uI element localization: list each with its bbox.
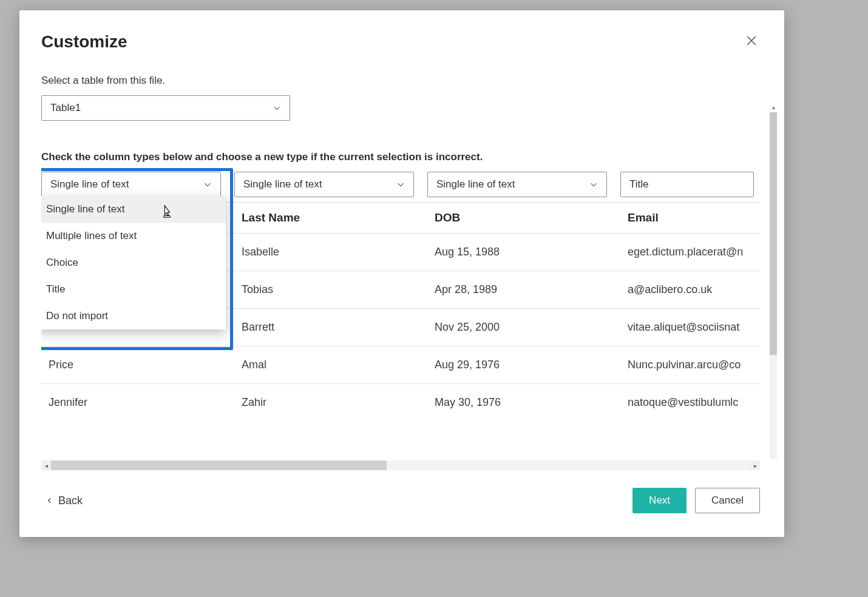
type-select-2[interactable]: Single line of text: [427, 172, 607, 197]
chevron-down-icon: [273, 104, 281, 112]
type-selector-row: Single line of text Single line of text …: [41, 172, 760, 197]
chevron-left-icon: [46, 497, 53, 504]
customize-dialog: Customize Select a table from this file.…: [19, 10, 784, 537]
table-select-label: Select a table from this file.: [41, 75, 760, 87]
dropdown-option-do-not-import[interactable]: Do not import: [41, 303, 226, 329]
dropdown-option-choice[interactable]: Choice: [41, 249, 226, 276]
dialog-body: Select a table from this file. Table1 Ch…: [19, 52, 784, 484]
cell: a@aclibero.co.uk: [620, 271, 760, 308]
back-button[interactable]: Back: [46, 494, 83, 507]
col-header-1: Last Name: [234, 203, 427, 233]
dropdown-option-single-line[interactable]: Single line of text: [41, 196, 226, 223]
col-header-3: Email: [620, 203, 760, 233]
type-select-1[interactable]: Single line of text: [234, 172, 414, 197]
type-select-3[interactable]: Title: [620, 172, 754, 197]
scroll-left-icon[interactable]: ◂: [41, 460, 51, 470]
table-select-value: Table1: [50, 102, 81, 114]
scroll-track[interactable]: [51, 460, 750, 470]
cell: Aug 29, 1976: [427, 346, 620, 383]
cell: Amal: [234, 346, 427, 383]
type-select-3-value: Title: [629, 178, 649, 191]
cell: natoque@vestibulumlc: [620, 384, 760, 421]
cell: Price: [41, 346, 234, 383]
dialog-footer: Back Next Cancel: [19, 484, 784, 537]
cell: eget.dictum.placerat@n: [620, 234, 760, 271]
next-label: Next: [649, 494, 670, 507]
cell: Aug 15, 1988: [427, 234, 620, 271]
scroll-right-icon[interactable]: ▸: [750, 460, 760, 470]
vertical-scrollbar[interactable]: ▴: [770, 112, 777, 459]
cell: vitae.aliquet@sociisnat: [620, 309, 760, 346]
dropdown-option-title[interactable]: Title: [41, 276, 226, 303]
table-select[interactable]: Table1: [41, 95, 290, 121]
scroll-thumb[interactable]: [51, 460, 387, 470]
type-select-2-value: Single line of text: [436, 178, 515, 191]
cell: Barrett: [234, 309, 427, 346]
type-select-0-dropdown: Single line of text Multiple lines of te…: [41, 196, 226, 329]
back-label: Back: [58, 494, 83, 507]
scroll-up-icon[interactable]: ▴: [770, 104, 777, 111]
type-select-1-value: Single line of text: [243, 178, 322, 191]
chevron-down-icon: [589, 180, 598, 189]
close-icon: [746, 35, 757, 46]
dialog-header: Customize: [19, 10, 784, 52]
scroll-thumb[interactable]: [770, 112, 777, 355]
next-button[interactable]: Next: [632, 488, 687, 513]
cell: Nunc.pulvinar.arcu@co: [620, 346, 760, 383]
body-scroll[interactable]: Select a table from this file. Table1 Ch…: [41, 52, 760, 484]
type-select-0-wrap: Single line of text Single line of text …: [41, 172, 221, 197]
column-type-instruction: Check the column types below and choose …: [41, 151, 760, 163]
cell: Nov 25, 2000: [427, 309, 620, 346]
dialog-title: Customize: [41, 32, 127, 52]
table-row: Jennifer Zahir May 30, 1976 natoque@vest…: [41, 384, 760, 421]
table-row: Price Amal Aug 29, 1976 Nunc.pulvinar.ar…: [41, 346, 760, 384]
dropdown-option-multiple-lines[interactable]: Multiple lines of text: [41, 223, 226, 249]
footer-buttons: Next Cancel: [632, 488, 760, 513]
chevron-down-icon: [396, 180, 405, 189]
cell: Tobias: [234, 271, 427, 308]
cell: Jennifer: [41, 384, 234, 421]
cancel-button[interactable]: Cancel: [695, 488, 760, 513]
close-button[interactable]: [743, 32, 760, 49]
type-select-0[interactable]: Single line of text: [41, 172, 221, 197]
type-select-0-value: Single line of text: [50, 178, 129, 191]
cell: Zahir: [234, 384, 427, 421]
cell: May 30, 1976: [427, 384, 620, 421]
preview-grid: Single line of text Single line of text …: [41, 172, 760, 421]
chevron-down-icon: [203, 180, 212, 189]
cell: Apr 28, 1989: [427, 271, 620, 308]
cancel-label: Cancel: [711, 494, 744, 507]
col-header-2: DOB: [427, 203, 620, 233]
cell: Isabelle: [234, 234, 427, 271]
horizontal-scrollbar[interactable]: ◂ ▸: [41, 460, 760, 470]
